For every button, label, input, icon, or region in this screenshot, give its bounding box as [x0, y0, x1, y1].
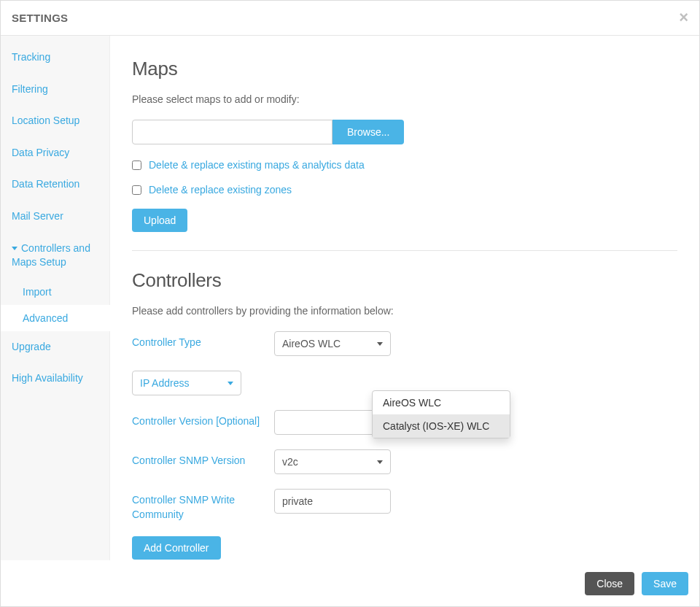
sidebar-item-controllers-maps[interactable]: Controllers and Maps Setup [1, 233, 109, 279]
settings-modal: SETTINGS × Tracking Filtering Location S… [0, 0, 700, 607]
caret-down-icon [377, 460, 383, 464]
caret-down-icon [228, 382, 233, 385]
modal-header: SETTINGS × [1, 1, 699, 36]
dropdown-option-aireos[interactable]: AireOS WLC [373, 391, 510, 414]
controller-version-label: Controller Version [Optional] [132, 410, 274, 429]
snmp-version-select[interactable]: v2c [274, 449, 391, 474]
sidebar-item-location-setup[interactable]: Location Setup [1, 105, 109, 137]
row-snmp-community: Controller SNMP Write Community [132, 489, 677, 522]
browse-button[interactable]: Browse... [332, 120, 404, 144]
sidebar-item-mail-server[interactable]: Mail Server [1, 201, 109, 233]
ip-address-label: IP Address [140, 377, 189, 389]
sidebar-item-data-retention[interactable]: Data Retention [1, 169, 109, 201]
snmp-version-label: Controller SNMP Version [132, 449, 274, 468]
maps-title: Maps [132, 58, 677, 80]
upload-button[interactable]: Upload [132, 209, 187, 232]
map-file-input[interactable] [132, 120, 332, 144]
add-controller-button[interactable]: Add Controller [132, 536, 221, 560]
dropdown-option-catalyst[interactable]: Catalyst (IOS-XE) WLC [373, 414, 510, 438]
controller-type-dropdown: AireOS WLC Catalyst (IOS-XE) WLC [372, 390, 510, 438]
content-area: Maps Please select maps to add or modify… [110, 36, 699, 560]
close-button[interactable]: Close [585, 572, 634, 595]
controllers-helper: Please add controllers by providing the … [132, 305, 677, 317]
chevron-down-icon [12, 247, 18, 250]
replace-zones-label[interactable]: Delete & replace existing zones [149, 184, 292, 196]
modal-title: SETTINGS [12, 12, 688, 24]
modal-body: Tracking Filtering Location Setup Data P… [1, 36, 699, 560]
row-snmp-version: Controller SNMP Version v2c [132, 449, 677, 474]
sidebar-item-data-privacy[interactable]: Data Privacy [1, 137, 109, 169]
sidebar-item-high-availability[interactable]: High Availability [1, 363, 109, 395]
sidebar-item-tracking[interactable]: Tracking [1, 42, 109, 74]
controller-type-select[interactable]: AireOS WLC [274, 331, 391, 356]
snmp-community-input[interactable] [274, 489, 391, 514]
close-icon[interactable]: × [679, 9, 688, 26]
sidebar-sub-import[interactable]: Import [1, 279, 109, 305]
replace-maps-checkbox[interactable] [132, 161, 141, 170]
section-divider [132, 250, 677, 251]
checkbox-row-zones: Delete & replace existing zones [132, 184, 677, 196]
settings-sidebar: Tracking Filtering Location Setup Data P… [1, 36, 110, 560]
controller-type-label: Controller Type [132, 331, 274, 350]
sidebar-sub-advanced[interactable]: Advanced [1, 305, 110, 331]
replace-zones-checkbox[interactable] [132, 185, 141, 195]
snmp-version-value: v2c [282, 456, 298, 468]
modal-footer: Close Save [1, 560, 699, 606]
save-button[interactable]: Save [642, 572, 688, 595]
snmp-community-label: Controller SNMP Write Community [132, 489, 274, 522]
sidebar-item-label: Controllers and Maps Setup [12, 242, 90, 268]
sidebar-item-filtering[interactable]: Filtering [1, 74, 109, 106]
caret-down-icon [377, 342, 383, 346]
checkbox-row-maps: Delete & replace existing maps & analyti… [132, 159, 677, 171]
ip-address-select[interactable]: IP Address [132, 371, 241, 395]
row-controller-type: Controller Type AireOS WLC [132, 331, 677, 356]
maps-helper: Please select maps to add or modify: [132, 93, 677, 105]
file-row: Browse... [132, 120, 677, 144]
replace-maps-label[interactable]: Delete & replace existing maps & analyti… [149, 159, 365, 171]
controllers-title: Controllers [132, 269, 677, 292]
controller-type-value: AireOS WLC [282, 338, 341, 349]
sidebar-item-upgrade[interactable]: Upgrade [1, 331, 109, 363]
